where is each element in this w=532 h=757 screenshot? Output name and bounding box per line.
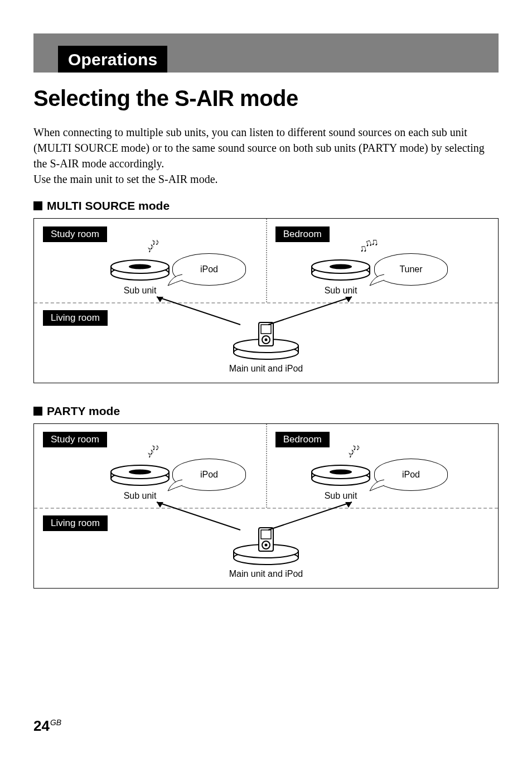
svg-point-17 (265, 339, 268, 341)
party-diagram: Study room Bedroom Living room Sub unit … (33, 423, 499, 589)
section-header-label: Operations (58, 46, 167, 73)
speaker-right-icon (307, 258, 374, 281)
party-heading: PARTY mode (33, 404, 499, 418)
music-notes-right-icon: ♪♪♪♪ (345, 443, 361, 457)
multi-source-heading: MULTI SOURCE mode (33, 199, 499, 213)
main-unit-label: Main unit and iPod (227, 569, 305, 579)
arrow-right-icon (257, 291, 363, 330)
music-notes-right-icon: ♫♫♫ (357, 237, 379, 255)
svg-marker-43 (345, 502, 352, 508)
source-right-text: Tuner (399, 264, 422, 274)
subunit-left: Sub unit (107, 258, 173, 296)
page-title: Selecting the S-AIR mode (33, 86, 499, 111)
subunit-left: Sub unit (107, 463, 173, 501)
intro-text: When connecting to multiple sub units, y… (33, 124, 499, 187)
svg-point-39 (265, 544, 268, 547)
bubble-tail-right-icon (369, 273, 385, 287)
svg-marker-21 (345, 297, 352, 302)
bubble-tail-left-icon (167, 273, 183, 287)
arrow-right-icon (257, 496, 363, 536)
section-header-bar: Operations (33, 33, 499, 73)
page-number-value: 24 (33, 717, 50, 734)
subunit-right: Sub unit (307, 258, 374, 296)
arrow-left-icon (146, 291, 252, 330)
svg-point-24 (129, 470, 151, 475)
source-left-text: iPod (200, 264, 218, 274)
svg-marker-19 (157, 297, 163, 302)
page-number: 24GB (33, 717, 61, 735)
room-label-living: Living room (43, 310, 108, 326)
svg-line-40 (157, 502, 240, 530)
divider-vertical (266, 424, 267, 508)
bubble-tail-left-icon (167, 479, 183, 492)
source-right-text: iPod (402, 470, 420, 480)
arrow-left-icon (146, 496, 252, 536)
divider-vertical (266, 219, 267, 302)
svg-line-42 (268, 502, 352, 530)
bubble-tail-right-icon (369, 479, 385, 492)
svg-line-18 (157, 297, 240, 325)
bullet-square-icon (33, 201, 42, 210)
room-label-living: Living room (43, 515, 108, 531)
main-unit-label: Main unit and iPod (227, 364, 305, 374)
room-label-bedroom: Bedroom (275, 432, 330, 447)
multi-source-diagram: Study room Bedroom Living room Sub unit … (33, 218, 499, 383)
party-heading-text: PARTY mode (47, 404, 120, 418)
svg-line-20 (268, 297, 352, 325)
svg-point-7 (330, 264, 352, 269)
intro-line1: When connecting to multiple sub units, y… (33, 126, 485, 170)
subunit-right: Sub unit (307, 463, 374, 501)
room-label-bedroom: Bedroom (275, 226, 330, 242)
svg-point-29 (330, 470, 352, 475)
speaker-right-icon (307, 463, 374, 486)
multi-source-heading-text: MULTI SOURCE mode (47, 199, 170, 213)
svg-marker-41 (157, 502, 163, 508)
intro-line2: Use the main unit to set the S-AIR mode. (33, 173, 218, 185)
room-label-study: Study room (43, 432, 107, 447)
speaker-left-icon (107, 463, 173, 486)
page-number-suffix: GB (50, 718, 61, 727)
bullet-square-icon (33, 407, 42, 416)
room-label-study: Study room (43, 226, 107, 242)
svg-point-2 (129, 264, 151, 269)
music-notes-left-icon: ♪♪♪♪ (144, 443, 161, 457)
speaker-left-icon (107, 258, 173, 281)
music-notes-left-icon: ♪♪♪♪ (144, 238, 161, 252)
source-left-text: iPod (200, 470, 218, 480)
